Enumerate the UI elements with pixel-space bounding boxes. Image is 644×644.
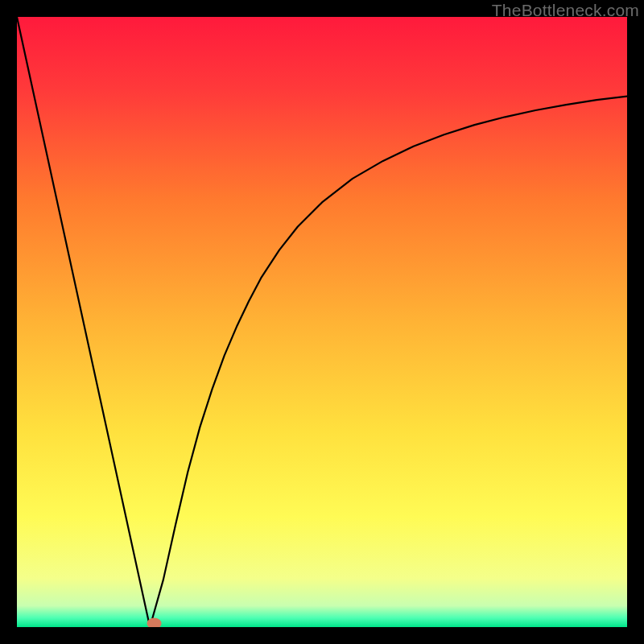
chart-frame [17, 17, 627, 627]
chart-svg [17, 17, 627, 627]
plot-background [17, 17, 627, 627]
watermark-text: TheBottleneck.com [492, 1, 639, 20]
